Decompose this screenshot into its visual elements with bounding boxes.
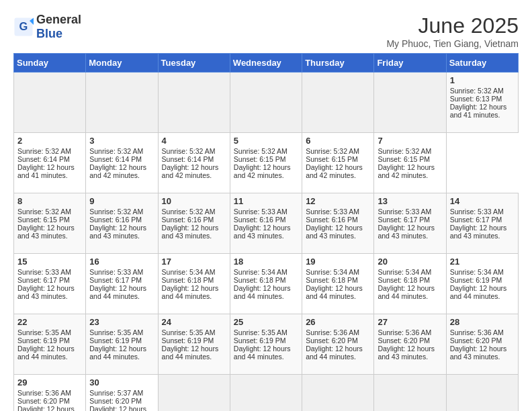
calendar-week-1: 1 Sunrise: 5:32 AM Sunset: 6:13 PM Dayli…: [14, 73, 519, 133]
calendar-day: [446, 375, 518, 412]
daylight: Daylight: 12 hours and 42 minutes.: [89, 163, 146, 179]
day-number: 21: [450, 257, 515, 267]
empty-cell: [230, 73, 302, 133]
daylight: Daylight: 12 hours and 43 minutes.: [306, 224, 363, 240]
logo-general: General: [36, 13, 81, 26]
sunrise: Sunrise: 5:34 AM: [450, 268, 504, 276]
calendar-day: 30 Sunrise: 5:37 AM Sunset: 6:20 PM Dayl…: [86, 375, 158, 412]
sunset: Sunset: 6:19 PM: [89, 336, 142, 345]
empty-cell: [374, 73, 446, 133]
calendar-day: 19 Sunrise: 5:34 AM Sunset: 6:18 PM Dayl…: [302, 254, 374, 314]
day-number: 1: [450, 75, 515, 85]
day-number: 14: [450, 196, 515, 206]
day-number: 3: [89, 136, 154, 146]
sunrise: Sunrise: 5:37 AM: [89, 389, 143, 397]
calendar-day: 28 Sunrise: 5:36 AM Sunset: 6:20 PM Dayl…: [446, 314, 518, 375]
calendar-day: 14 Sunrise: 5:33 AM Sunset: 6:17 PM Dayl…: [446, 193, 518, 254]
calendar-day: 27 Sunrise: 5:36 AM Sunset: 6:20 PM Dayl…: [374, 314, 446, 375]
calendar-day: 20 Sunrise: 5:34 AM Sunset: 6:18 PM Dayl…: [374, 254, 446, 314]
weekday-header-saturday: Saturday: [446, 54, 518, 73]
sunset: Sunset: 6:19 PM: [450, 276, 502, 284]
calendar-day: 26 Sunrise: 5:36 AM Sunset: 6:20 PM Dayl…: [302, 314, 374, 375]
calendar-day: 25 Sunrise: 5:35 AM Sunset: 6:19 PM Dayl…: [230, 314, 302, 375]
daylight: Daylight: 12 hours and 42 minutes.: [234, 163, 291, 179]
day-number: 23: [89, 317, 154, 327]
sunset: Sunset: 6:17 PM: [450, 216, 502, 224]
sunset: Sunset: 6:19 PM: [162, 336, 214, 345]
sunrise: Sunrise: 5:32 AM: [234, 147, 287, 155]
sunset: Sunset: 6:20 PM: [89, 397, 142, 405]
calendar-week-3: 8 Sunrise: 5:32 AM Sunset: 6:15 PM Dayli…: [14, 193, 519, 254]
sunrise: Sunrise: 5:33 AM: [378, 208, 431, 216]
sunset: Sunset: 6:18 PM: [306, 276, 358, 284]
day-number: 19: [306, 257, 370, 267]
calendar-day: 2 Sunrise: 5:32 AM Sunset: 6:14 PM Dayli…: [14, 133, 86, 193]
calendar-day: 16 Sunrise: 5:33 AM Sunset: 6:17 PM Dayl…: [86, 254, 158, 314]
sunrise: Sunrise: 5:36 AM: [378, 328, 431, 336]
daylight: Daylight: 12 hours and 44 minutes.: [162, 284, 219, 300]
sunrise: Sunrise: 5:36 AM: [306, 328, 359, 336]
sunset: Sunset: 6:13 PM: [450, 95, 502, 103]
empty-cell: [302, 73, 374, 133]
sunset: Sunset: 6:14 PM: [17, 155, 70, 163]
calendar-subtitle: My Phuoc, Tien Giang, Vietnam: [386, 38, 519, 49]
sunrise: Sunrise: 5:35 AM: [89, 328, 143, 336]
daylight: Daylight: 12 hours and 44 minutes.: [234, 284, 291, 300]
calendar-day: [302, 375, 374, 412]
weekday-header-thursday: Thursday: [302, 54, 374, 73]
daylight: Daylight: 12 hours and 44 minutes.: [450, 284, 507, 300]
calendar-day: 7 Sunrise: 5:32 AM Sunset: 6:15 PM Dayli…: [374, 133, 446, 193]
calendar-day: [230, 375, 302, 412]
calendar-week-6: 29 Sunrise: 5:36 AM Sunset: 6:20 PM Dayl…: [14, 375, 519, 412]
calendar-day: 11 Sunrise: 5:33 AM Sunset: 6:16 PM Dayl…: [230, 193, 302, 254]
sunset: Sunset: 6:18 PM: [378, 276, 430, 284]
day-number: 13: [378, 196, 442, 206]
day-number: 27: [378, 317, 442, 327]
sunrise: Sunrise: 5:32 AM: [17, 208, 71, 216]
day-number: 8: [17, 196, 82, 206]
sunset: Sunset: 6:20 PM: [378, 336, 430, 345]
sunrise: Sunrise: 5:35 AM: [17, 328, 71, 336]
sunset: Sunset: 6:17 PM: [378, 216, 430, 224]
calendar-day: 17 Sunrise: 5:34 AM Sunset: 6:18 PM Dayl…: [158, 254, 230, 314]
calendar-week-4: 15 Sunrise: 5:33 AM Sunset: 6:17 PM Dayl…: [14, 254, 519, 314]
calendar-day: [374, 375, 446, 412]
day-number: 28: [450, 317, 515, 327]
sunset: Sunset: 6:20 PM: [17, 397, 70, 405]
sunrise: Sunrise: 5:32 AM: [450, 87, 504, 95]
calendar-day: 18 Sunrise: 5:34 AM Sunset: 6:18 PM Dayl…: [230, 254, 302, 314]
weekday-header-sunday: Sunday: [14, 54, 86, 73]
calendar-day: 5 Sunrise: 5:32 AM Sunset: 6:15 PM Dayli…: [230, 133, 302, 193]
daylight: Daylight: 12 hours and 44 minutes.: [306, 284, 363, 300]
sunrise: Sunrise: 5:34 AM: [306, 268, 359, 276]
day-number: 7: [378, 136, 442, 146]
calendar-day: 9 Sunrise: 5:32 AM Sunset: 6:16 PM Dayli…: [86, 193, 158, 254]
sunrise: Sunrise: 5:35 AM: [234, 328, 287, 336]
calendar-title: June 2025: [386, 13, 519, 38]
calendar-day: 4 Sunrise: 5:32 AM Sunset: 6:14 PM Dayli…: [158, 133, 230, 193]
svg-text:G: G: [19, 20, 28, 32]
day-number: 24: [162, 317, 226, 327]
sunrise: Sunrise: 5:35 AM: [162, 328, 216, 336]
calendar-day: 6 Sunrise: 5:32 AM Sunset: 6:15 PM Dayli…: [302, 133, 374, 193]
sunrise: Sunrise: 5:34 AM: [162, 268, 216, 276]
day-number: 26: [306, 317, 370, 327]
weekday-header-monday: Monday: [86, 54, 158, 73]
daylight: Daylight: 12 hours and 44 minutes.: [234, 345, 291, 361]
sunrise: Sunrise: 5:34 AM: [234, 268, 287, 276]
sunrise: Sunrise: 5:33 AM: [89, 268, 143, 276]
day-number: 16: [89, 257, 154, 267]
sunrise: Sunrise: 5:33 AM: [234, 208, 287, 216]
day-number: 18: [234, 257, 298, 267]
calendar-body: 1 Sunrise: 5:32 AM Sunset: 6:13 PM Dayli…: [14, 73, 519, 412]
calendar-day: 8 Sunrise: 5:32 AM Sunset: 6:15 PM Dayli…: [14, 193, 86, 254]
calendar-day: 22 Sunrise: 5:35 AM Sunset: 6:19 PM Dayl…: [14, 314, 86, 375]
logo-icon: G: [13, 17, 34, 37]
daylight: Daylight: 12 hours and 43 minutes.: [89, 405, 146, 411]
calendar-day: 24 Sunrise: 5:35 AM Sunset: 6:19 PM Dayl…: [158, 314, 230, 375]
calendar-day: 10 Sunrise: 5:32 AM Sunset: 6:16 PM Dayl…: [158, 193, 230, 254]
empty-cell: [86, 73, 158, 133]
sunrise: Sunrise: 5:36 AM: [17, 389, 71, 397]
sunrise: Sunrise: 5:32 AM: [89, 147, 143, 155]
calendar-day: 13 Sunrise: 5:33 AM Sunset: 6:17 PM Dayl…: [374, 193, 446, 254]
